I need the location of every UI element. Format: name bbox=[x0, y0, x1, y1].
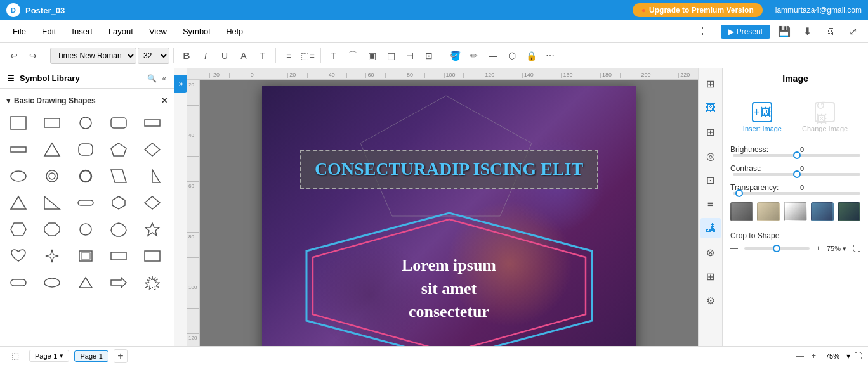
shape-ellipse-2[interactable] bbox=[39, 271, 65, 294]
zoom-out-button[interactable]: — bbox=[794, 352, 806, 361]
menu-edit[interactable]: Edit bbox=[36, 24, 62, 39]
menu-symbol[interactable]: Symbol bbox=[176, 24, 216, 39]
shape-hex-3[interactable] bbox=[5, 218, 32, 241]
shape-hexagon[interactable] bbox=[105, 191, 132, 214]
shape-arrow-r[interactable] bbox=[105, 271, 132, 294]
shape-burst[interactable] bbox=[139, 271, 166, 294]
shape-oct[interactable] bbox=[39, 218, 65, 241]
filter-contrast[interactable] bbox=[784, 202, 806, 221]
menu-view[interactable]: View bbox=[143, 24, 173, 39]
shape-hexagon-2[interactable] bbox=[139, 191, 166, 214]
shape-triangle[interactable] bbox=[39, 138, 65, 161]
table-icon[interactable]: ⊞ bbox=[700, 266, 721, 286]
redo-button[interactable]: ↪ bbox=[24, 47, 42, 65]
italic-button[interactable]: I bbox=[197, 47, 214, 65]
shape-rounded-square[interactable] bbox=[72, 138, 99, 161]
path-button[interactable]: ⌒ bbox=[344, 47, 362, 65]
connect-icon[interactable]: ⊗ bbox=[700, 242, 721, 262]
layer-button[interactable]: ▣ bbox=[363, 47, 381, 65]
shape-edit-button[interactable]: ⬡ bbox=[503, 47, 521, 65]
search-icon[interactable]: 🔍 bbox=[147, 74, 157, 83]
anchor-button[interactable]: ⊣ bbox=[401, 47, 419, 65]
shape-thin-rect[interactable] bbox=[5, 138, 32, 161]
image-icon active[interactable]: 🖼 bbox=[700, 98, 721, 118]
font-family-select[interactable]: Times New Roman bbox=[50, 48, 136, 64]
shape-decagon[interactable] bbox=[105, 218, 132, 241]
print-icon[interactable]: 🖨 bbox=[821, 23, 839, 41]
shape-rect-3[interactable] bbox=[139, 245, 166, 267]
font-size-select[interactable]: 32 bbox=[138, 48, 169, 64]
align-options-button[interactable]: ⬚≡ bbox=[299, 47, 317, 65]
zoom-in-button[interactable]: + bbox=[809, 352, 819, 361]
line-style-button[interactable]: — bbox=[484, 47, 502, 65]
photo-icon[interactable]: 🏞 bbox=[700, 218, 721, 238]
filter-original[interactable] bbox=[730, 202, 753, 221]
add-page-button[interactable]: + bbox=[114, 349, 128, 363]
shape-circle-3[interactable] bbox=[72, 218, 99, 241]
stack-icon[interactable]: ≡ bbox=[700, 194, 721, 214]
underline-button[interactable]: U bbox=[216, 47, 233, 65]
menu-file[interactable]: File bbox=[6, 24, 32, 39]
share-icon[interactable]: ⤢ bbox=[844, 23, 862, 41]
fullscreen-icon[interactable]: ⛶ bbox=[698, 23, 716, 41]
menu-insert[interactable]: Insert bbox=[65, 24, 99, 39]
upgrade-button[interactable]: Upgrade to Premium Version bbox=[633, 3, 763, 17]
zoom-dropdown-arrow[interactable]: ▾ bbox=[846, 352, 850, 361]
save-icon[interactable]: 💾 bbox=[775, 23, 793, 41]
bold-button[interactable]: B bbox=[178, 47, 195, 65]
pen-button[interactable]: ✏ bbox=[465, 47, 483, 65]
category-close-icon[interactable]: ✕ bbox=[161, 96, 168, 105]
shape-ellipse[interactable] bbox=[5, 165, 32, 188]
menu-help[interactable]: Help bbox=[220, 24, 249, 39]
settings-icon[interactable]: ⚙ bbox=[700, 290, 721, 311]
fullscreen-canvas-btn[interactable]: ⛶ bbox=[853, 244, 860, 253]
shape-diamond[interactable] bbox=[139, 138, 166, 161]
crop-slider[interactable] bbox=[744, 247, 810, 250]
shape-star-5[interactable] bbox=[139, 218, 166, 241]
text-box-button[interactable]: T bbox=[325, 47, 343, 65]
download-icon[interactable]: ⬇ bbox=[798, 23, 816, 41]
layers-icon[interactable]: ⊞ bbox=[700, 74, 721, 94]
page-tab-1[interactable]: Page-1 bbox=[74, 350, 108, 362]
shape-parallelogram[interactable] bbox=[105, 165, 132, 188]
shape-rect-outline[interactable] bbox=[72, 245, 99, 267]
insert-image-button[interactable]: +🖼 Insert Image bbox=[735, 97, 789, 138]
present-button[interactable]: ▶ Present bbox=[721, 25, 770, 39]
transparency-slider[interactable] bbox=[733, 192, 860, 195]
zoom-minus[interactable]: — bbox=[730, 244, 738, 253]
effects-icon[interactable]: ◎ bbox=[700, 146, 721, 166]
collapse-icon[interactable]: « bbox=[162, 74, 166, 83]
shape-right-triangle[interactable] bbox=[139, 165, 166, 188]
more-button[interactable]: ⋯ bbox=[541, 47, 559, 65]
menu-layout[interactable]: Layout bbox=[102, 24, 140, 39]
shape-star-4[interactable] bbox=[39, 245, 65, 267]
shape-right-triangle-2[interactable] bbox=[39, 191, 65, 214]
poster-canvas[interactable]: CONSECTURADIP ISCING ELIT Lorem ipsumsit… bbox=[262, 86, 636, 346]
panel-expand-button[interactable]: » bbox=[174, 75, 187, 93]
shape-pentagon[interactable] bbox=[105, 138, 132, 161]
crop-button[interactable]: ⊡ bbox=[420, 47, 438, 65]
poster-body-text[interactable]: Lorem ipsumsit ametconsectetur bbox=[402, 254, 496, 323]
filter-warm[interactable] bbox=[757, 202, 780, 221]
filter-cool[interactable] bbox=[811, 202, 834, 221]
panel-menu-icon[interactable]: ☰ bbox=[8, 74, 15, 83]
shape-triangle-2[interactable] bbox=[5, 191, 32, 214]
filter-dark[interactable] bbox=[838, 202, 860, 221]
shape-circle-thick[interactable] bbox=[72, 165, 99, 188]
frame-button[interactable]: ◫ bbox=[382, 47, 400, 65]
zoom-plus[interactable]: + bbox=[816, 244, 820, 253]
shape-heart[interactable] bbox=[5, 245, 32, 267]
canvas-frame[interactable]: CONSECTURADIP ISCING ELIT Lorem ipsumsit… bbox=[200, 80, 698, 346]
shape-rect-h[interactable] bbox=[39, 112, 65, 134]
align-left-button[interactable]: ≡ bbox=[280, 47, 298, 65]
shape-square[interactable] bbox=[5, 112, 32, 134]
shape-triangle-3[interactable] bbox=[72, 271, 99, 294]
shape-rounded-rect-2[interactable] bbox=[5, 271, 32, 294]
undo-button[interactable]: ↩ bbox=[5, 47, 23, 65]
page-dropdown[interactable]: Page-1 ▾ bbox=[29, 350, 69, 362]
poster-title[interactable]: CONSECTURADIP ISCING ELIT bbox=[314, 158, 584, 180]
lock-button[interactable]: 🔒 bbox=[522, 47, 540, 65]
change-image-button[interactable]: ↺🖼 Change Image bbox=[794, 97, 855, 138]
shape-wide-rect[interactable] bbox=[139, 112, 166, 134]
shape-circle[interactable] bbox=[72, 112, 99, 134]
